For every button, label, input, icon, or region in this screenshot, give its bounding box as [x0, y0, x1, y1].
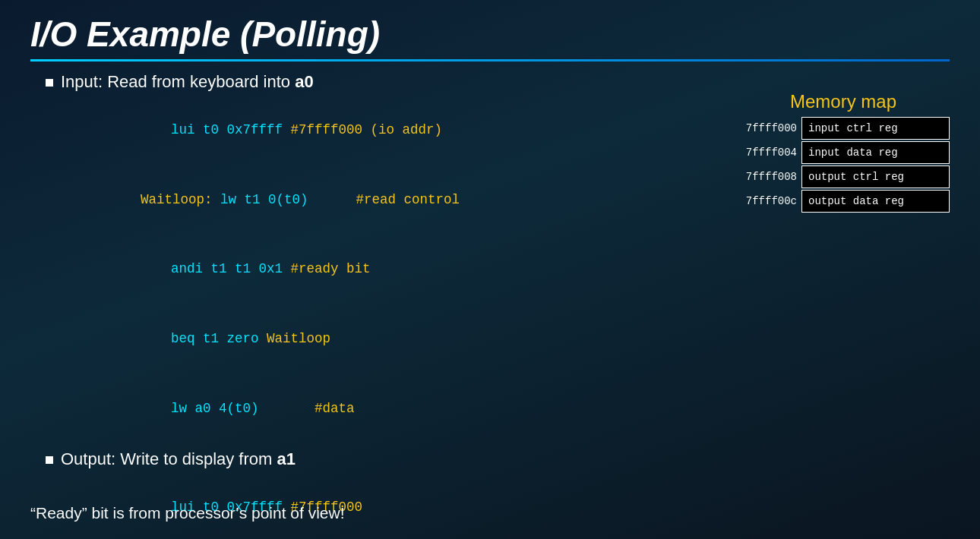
- memory-addr-2: 7ffff008: [737, 166, 801, 188]
- memory-map: Memory map 7ffff000 input ctrl reg 7ffff…: [737, 91, 950, 214]
- memory-row-0: 7ffff000 input ctrl reg: [737, 117, 950, 140]
- memory-map-entries: 7ffff000 input ctrl reg 7ffff004 input d…: [737, 117, 950, 213]
- memory-map-title: Memory map: [737, 91, 950, 112]
- memory-row-2: 7ffff008 output ctrl reg: [737, 165, 950, 188]
- title-underline: [30, 59, 950, 61]
- input-bullet-text: Input: Read from keyboard into a0: [61, 72, 314, 92]
- input-line-5: lw a0 4(t0) #data: [91, 374, 950, 444]
- output-bullet-header: Output: Write to display from a1: [46, 449, 950, 469]
- slide-title: I/O Example (Polling): [30, 14, 950, 55]
- memory-row-1: 7ffff004 input data reg: [737, 141, 950, 164]
- memory-addr-1: 7ffff004: [737, 142, 801, 163]
- memory-addr-3: 7ffff00c: [737, 191, 801, 212]
- input-line-3: andi t1 t1 0x1 #ready bit: [91, 235, 950, 304]
- memory-label-0: input ctrl reg: [801, 117, 950, 140]
- output-section: Output: Write to display from a1 lui t0 …: [30, 449, 950, 539]
- input-line-4: beq t1 zero Waitloop: [91, 304, 950, 374]
- memory-label-1: input data reg: [801, 141, 950, 164]
- output-bullet-text: Output: Write to display from a1: [61, 449, 296, 469]
- memory-row-3: 7ffff00c output data reg: [737, 190, 950, 213]
- output-bullet-icon: [46, 456, 53, 464]
- footer-text: “Ready” bit is from processor’s point of…: [30, 504, 345, 522]
- memory-label-3: output data reg: [801, 190, 950, 213]
- input-bullet-header: Input: Read from keyboard into a0: [46, 72, 950, 92]
- slide-container: I/O Example (Polling) Memory map 7ffff00…: [0, 0, 980, 539]
- memory-label-2: output ctrl reg: [801, 165, 950, 188]
- memory-addr-0: 7ffff000: [737, 118, 801, 139]
- input-bullet-icon: [46, 79, 53, 87]
